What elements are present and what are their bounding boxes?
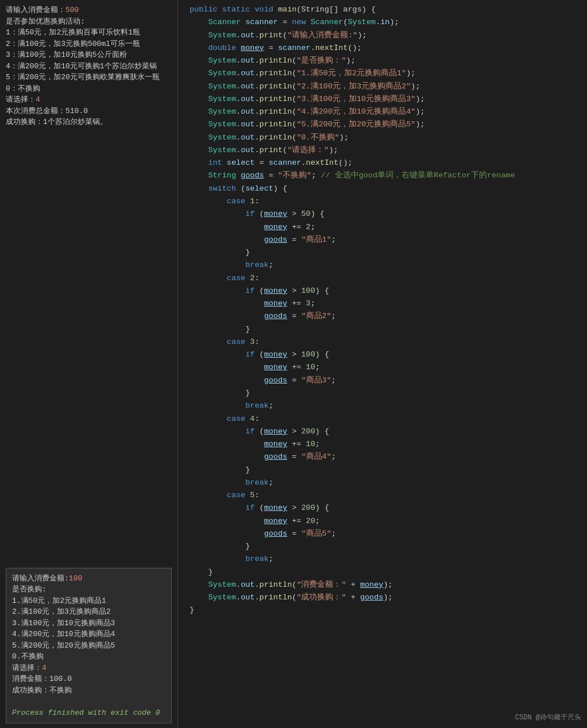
console-b-line-2: 是否换购:	[12, 584, 165, 595]
console-bottom-output: 请输入消费金额:100 是否换购: 1.满50元，加2元换购商品1 2.满100…	[6, 568, 172, 724]
console-line-5: 3：满100元，加10元换购5公斤面粉	[6, 49, 172, 61]
console-line-3: 1：满50元，加2元换购百事可乐饮料1瓶	[6, 27, 172, 38]
code-line-41: money += 20;	[190, 515, 587, 528]
console-line-6: 4：满200元，加10元可换购1个苏泊尔炒菜锅	[6, 61, 172, 72]
code-line-18: money += 2;	[190, 221, 587, 234]
code-line-7: System.out.println("2.满100元，加3元换购商品2");	[190, 80, 587, 93]
console-line-9: 请选择：4	[6, 94, 172, 106]
console-b-line-6: 4.满200元，加10元换购商品4	[12, 629, 165, 640]
code-line-17: if (money > 50) {	[190, 208, 587, 220]
code-line-8: System.out.println("3.满100元，加10元换购商品3");	[190, 93, 587, 106]
console-line-1: 请输入消费金额：500	[6, 5, 172, 16]
code-line-15: switch (select) {	[190, 183, 587, 195]
code-line-29: money += 10;	[190, 361, 587, 374]
code-line-42: goods = "商品5";	[190, 528, 587, 540]
code-line-25: goods = "商品2";	[190, 310, 587, 323]
code-line-3: System.out.print("请输入消费金额:");	[190, 29, 587, 42]
code-line-2: Scanner scanner = new Scanner(System.in)…	[190, 16, 587, 29]
code-line-45: }	[190, 566, 587, 579]
console-panel: 请输入消费金额：500 是否参加优惠换购活动: 1：满50元，加2元换购百事可乐…	[0, 0, 178, 728]
code-line-22: case 2:	[190, 272, 587, 285]
console-line-4: 2：满100元，加3元换购500ml可乐一瓶	[6, 38, 172, 50]
code-line-1: public static void main(String[] args) {	[190, 3, 587, 16]
code-line-6: System.out.println("1.满50元，加2元换购商品1");	[190, 67, 587, 80]
code-line-46: System.out.println("消费金额：" + money);	[190, 579, 587, 591]
console-b-line-7: 5.满200元，加20元换购商品5	[12, 640, 165, 652]
code-line-28: if (money > 100) {	[190, 348, 587, 361]
console-process: Process finished with exit code 0	[12, 707, 165, 719]
code-line-33: case 4:	[190, 413, 587, 425]
console-line-8: 0：不换购	[6, 83, 172, 95]
console-line-2: 是否参加优惠换购活动:	[6, 16, 172, 28]
code-line-20: }	[190, 246, 587, 259]
console-b-line-3: 1.满50元，加2元换购商品1	[12, 595, 165, 607]
code-line-37: }	[190, 464, 587, 477]
code-line-40: if (money > 200) {	[190, 502, 587, 514]
code-line-10: System.out.println("5.满200元，加20元换购商品5");	[190, 118, 587, 131]
console-b-line-10: 消费金额：100.0	[12, 673, 165, 685]
code-line-16: case 1:	[190, 195, 587, 208]
code-line-30: goods = "商品3";	[190, 374, 587, 387]
console-b-line-1: 请输入消费金额:100	[12, 573, 165, 584]
code-line-23: if (money > 100) {	[190, 285, 587, 297]
console-b-line-5: 3.满100元，加10元换购商品3	[12, 618, 165, 629]
code-line-32: break;	[190, 400, 587, 412]
code-line-24: money += 3;	[190, 297, 587, 310]
code-line-14: String goods = "不换购"; // 全选中good单词，右键菜单R…	[190, 169, 587, 182]
code-line-11: System.out.println("0.不换购");	[190, 131, 587, 144]
code-line-34: if (money > 200) {	[190, 425, 587, 438]
code-line-12: System.out.print("请选择：");	[190, 144, 587, 157]
code-editor-panel: public static void main(String[] args) {…	[178, 0, 587, 728]
code-line-43: }	[190, 540, 587, 553]
code-line-26: }	[190, 323, 587, 336]
code-line-5: System.out.println("是否换购：");	[190, 55, 587, 67]
code-line-31: }	[190, 387, 587, 400]
console-b-line-4: 2.满100元，加3元换购商品2	[12, 606, 165, 618]
console-top-output: 请输入消费金额：500 是否参加优惠换购活动: 1：满50元，加2元换购百事可乐…	[6, 5, 172, 562]
code-line-19: goods = "商品1";	[190, 234, 587, 246]
console-line-11: 成功换购：1个苏泊尔炒菜锅。	[6, 117, 172, 128]
code-line-38: break;	[190, 477, 587, 489]
watermark: CSDN @诗句藏于尺头	[515, 712, 581, 722]
console-line-10: 本次消费总金额：510.0	[6, 106, 172, 117]
code-line-21: break;	[190, 259, 587, 272]
code-line-27: case 3:	[190, 336, 587, 348]
code-line-44: break;	[190, 553, 587, 566]
code-line-39: case 5:	[190, 489, 587, 502]
code-content: public static void main(String[] args) {…	[178, 0, 587, 621]
console-line-7: 5：满200元，加20元可换购欧莱雅爽肤水一瓶	[6, 72, 172, 83]
code-line-13: int select = scanner.nextInt();	[190, 157, 587, 169]
code-line-48: }	[190, 604, 587, 617]
console-b-line-8: 0.不换购	[12, 651, 165, 663]
code-line-36: goods = "商品4";	[190, 451, 587, 463]
code-line-9: System.out.println("4.满200元，加10元换购商品4");	[190, 106, 587, 118]
console-b-line-11: 成功换购：不换购	[12, 685, 165, 696]
code-line-35: money += 10;	[190, 438, 587, 451]
code-line-47: System.out.println("成功换购：" + goods);	[190, 591, 587, 604]
console-b-line-9: 请选择：4	[12, 663, 165, 674]
code-line-4: double money = scanner.nextInt();	[190, 42, 587, 55]
